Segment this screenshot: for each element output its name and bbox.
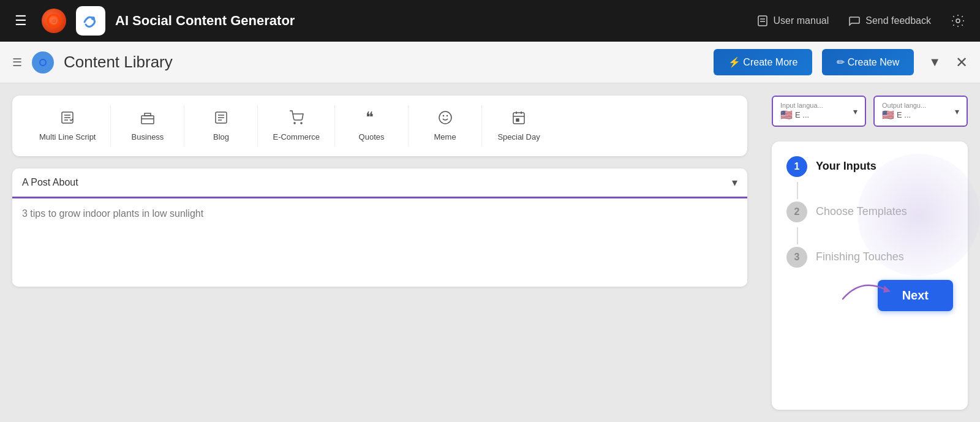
tab-ecommerce-label: E-Commerce (273, 132, 320, 141)
special-day-icon (511, 110, 526, 129)
step-2: 2 Choose Templates (786, 202, 953, 222)
create-more-button[interactable]: ⚡ Create More (714, 49, 812, 75)
step-3-label: Finishing Touches (816, 247, 904, 263)
app-icon (76, 6, 105, 36)
svg-text:❝: ❝ (366, 110, 374, 125)
settings-icon[interactable] (951, 13, 965, 28)
svg-point-8 (37, 56, 49, 69)
tab-ecommerce[interactable]: E-Commerce (258, 105, 335, 146)
send-feedback-link[interactable]: Send feedback (848, 15, 931, 27)
filter-icon[interactable]: ▼ (929, 55, 941, 69)
output-lang-arrow-icon: ▾ (955, 107, 959, 116)
tab-special-day[interactable]: Special Day (482, 105, 556, 146)
navbar: ☰ AI Social Content Generator User manua… (0, 0, 980, 42)
svg-point-1 (51, 18, 57, 24)
send-feedback-label: Send feedback (865, 15, 931, 26)
content-area: ☰ Content Library ⚡ Create More ✏ Create… (0, 42, 980, 422)
steps-panel: 1 Your Inputs 2 Choose Templates 3 Finis… (772, 141, 968, 410)
tab-business-label: Business (132, 132, 164, 141)
tab-meme-label: Meme (434, 132, 456, 141)
input-lang-flag: 🇺🇸 (780, 109, 793, 121)
step-1-circle: 1 (786, 156, 807, 177)
output-lang-flag: 🇺🇸 (882, 109, 894, 121)
sub-logo (32, 51, 54, 73)
category-tabs: Multi Line Script Business (12, 96, 747, 156)
tab-meme[interactable]: Meme (409, 105, 482, 146)
user-manual-link[interactable]: User manual (756, 15, 829, 27)
dropdown-arrow-icon: ▾ (732, 176, 737, 189)
app-title: AI Social Content Generator (115, 13, 747, 29)
hamburger-icon[interactable]: ☰ (15, 13, 27, 29)
brand-logo (42, 9, 66, 33)
step-1: 1 Your Inputs (786, 156, 953, 177)
left-panel: Multi Line Script Business (0, 83, 760, 422)
tab-blog[interactable]: Blog (184, 105, 258, 146)
svg-rect-2 (80, 10, 102, 32)
svg-point-24 (439, 111, 451, 124)
language-selectors: Input langua... 🇺🇸 E ... ▾ Output langu.… (772, 96, 968, 127)
step-connector-1-2 (797, 182, 798, 199)
tab-blog-label: Blog (213, 132, 229, 141)
svg-rect-4 (758, 16, 767, 26)
output-lang-text: E ... (897, 110, 911, 119)
main-layout: Multi Line Script Business (0, 83, 980, 422)
step-3: 3 Finishing Touches (786, 247, 953, 268)
nav-actions: User manual Send feedback (756, 13, 965, 28)
post-form: A Post About ▾ (12, 168, 747, 287)
svg-rect-27 (513, 113, 524, 124)
meme-icon (438, 110, 453, 129)
svg-point-21 (294, 122, 295, 124)
step-2-circle: 2 (786, 202, 807, 222)
svg-point-9 (40, 59, 46, 66)
tab-quotes-label: Quotes (359, 132, 385, 141)
right-panel: Input langua... 🇺🇸 E ... ▾ Output langu.… (760, 83, 980, 422)
output-lang-label: Output langu... (882, 102, 951, 109)
quotes-icon: ❝ (364, 110, 379, 129)
tab-quotes[interactable]: ❝ Quotes (335, 105, 409, 146)
tab-business[interactable]: Business (111, 105, 184, 146)
create-new-button[interactable]: ✏ Create New (822, 49, 914, 75)
business-icon (140, 110, 155, 129)
svg-point-3 (91, 17, 95, 20)
tab-multi-line-script[interactable]: Multi Line Script (24, 105, 111, 146)
svg-rect-14 (141, 116, 154, 124)
input-language-selector[interactable]: Input langua... 🇺🇸 E ... ▾ (772, 96, 866, 127)
next-arrow-decoration (837, 274, 898, 305)
tab-special-day-label: Special Day (497, 132, 540, 141)
post-about-label: A Post About (22, 177, 732, 188)
svg-point-7 (956, 19, 960, 23)
post-topic-input[interactable] (12, 198, 747, 284)
step-2-label: Choose Templates (816, 202, 907, 218)
step-connector-2-3 (797, 227, 798, 244)
svg-rect-15 (145, 113, 151, 116)
blog-icon (214, 110, 228, 129)
svg-point-0 (48, 15, 60, 27)
svg-rect-31 (516, 119, 519, 121)
multi-line-icon (60, 110, 75, 129)
user-manual-label: User manual (774, 15, 829, 26)
input-lang-text: E ... (795, 110, 809, 119)
post-about-dropdown[interactable]: A Post About ▾ (12, 168, 747, 198)
tab-multi-line-label: Multi Line Script (39, 132, 96, 141)
next-btn-area: Next (786, 280, 953, 311)
sub-header: ☰ Content Library ⚡ Create More ✏ Create… (0, 42, 980, 83)
input-lang-label: Input langua... (780, 102, 850, 109)
output-language-selector[interactable]: Output langu... 🇺🇸 E ... ▾ (873, 96, 968, 127)
close-button[interactable]: ✕ (956, 54, 968, 71)
step-1-label: Your Inputs (816, 156, 876, 173)
step-3-circle: 3 (786, 247, 807, 268)
sub-hamburger-icon[interactable]: ☰ (12, 56, 22, 69)
ecommerce-icon (289, 110, 304, 129)
svg-point-22 (301, 122, 302, 124)
content-library-title: Content Library (64, 53, 704, 72)
svg-marker-32 (883, 285, 891, 293)
input-lang-arrow-icon: ▾ (853, 107, 858, 116)
